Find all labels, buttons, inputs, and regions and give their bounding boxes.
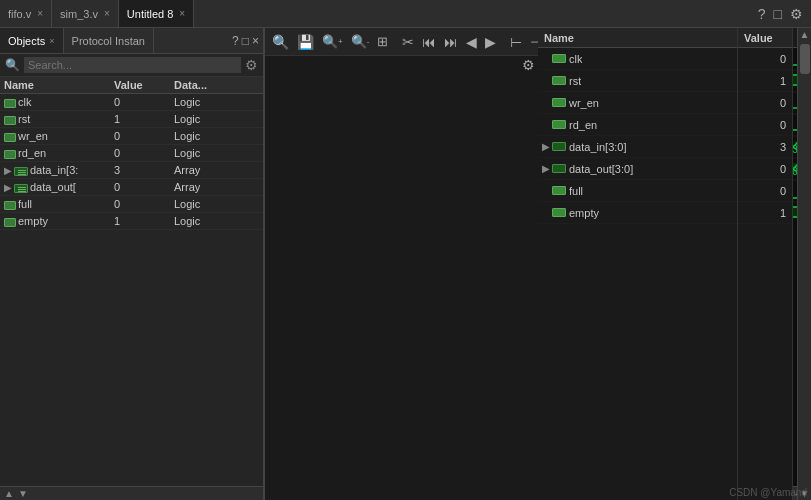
val-row: 0 [738,92,792,114]
waveform-panel[interactable]: 999...991 ns 999...992 ns 999...993 ns 9… [793,28,797,500]
close-left-icon[interactable]: × [252,34,259,48]
tab-sim3[interactable]: sim_3.v × [52,0,119,27]
list-item[interactable]: clk [538,48,737,70]
list-item[interactable]: ▶ data_out[3:0] [538,158,737,180]
sig-name-header: Name [538,28,737,48]
wave-content: Name clk rst [538,28,811,500]
array-icon [552,164,566,173]
expand-placeholder [542,53,552,64]
tab-objects-close[interactable]: × [49,36,54,46]
svg-rect-34 [793,207,797,217]
logic-icon [4,218,16,227]
cut-btn[interactable]: ✂ [399,33,417,51]
table-row[interactable]: ▶data_out[ 0 Array [0,179,263,196]
val-row: 0 [738,180,792,202]
wave-toolbar: 🔍 💾 🔍+ 🔍- ⊞ ✂ ⏮ ⏭ ◀ ▶ ⊢ ⊣ |◀ ▶| A B [265,28,538,56]
val-row: 3 [738,136,792,158]
table-row[interactable]: rd_en 0 Logic [0,145,263,162]
list-item[interactable]: rst [538,70,737,92]
prev-edge-btn[interactable]: ⏮ [419,33,439,51]
expand-left-icon[interactable]: □ [242,34,249,48]
expand-arrow[interactable]: ▶ [4,182,14,193]
logic-icon [552,186,566,195]
svg-rect-2 [793,92,797,114]
search-left-icon: 🔍 [5,58,20,72]
col-value: Value [110,77,170,94]
table-row[interactable]: empty 1 Logic [0,213,263,230]
left-panel-icons: ? □ × [228,34,263,48]
main-layout: Objects × Protocol Instan ? □ × 🔍 ⚙ [0,28,811,500]
logic-icon [4,116,16,125]
tab-close-untitled8[interactable]: × [179,8,185,19]
global-tab-bar: fifo.v × sim_3.v × Untitled 8 × ? □ ⚙ [0,0,811,28]
table-row[interactable]: ▶data_in[3: 3 Array [0,162,263,179]
wave-settings-btn[interactable]: ⚙ [519,56,538,74]
expand-arrow[interactable]: ▶ [4,165,14,176]
gear-left-icon[interactable]: ⚙ [245,57,258,73]
logic-icon [4,201,16,210]
expand-placeholder [542,119,552,130]
expand-arrow[interactable]: ▶ [542,141,552,152]
wave-search-btn[interactable]: 🔍 [269,33,292,51]
array-icon [14,167,28,176]
right-panel: 🔍 💾 🔍+ 🔍- ⊞ ✂ ⏮ ⏭ ◀ ▶ ⊢ ⊣ |◀ ▶| A B [265,28,538,500]
left-signal-table: Name Value Data... clk 0 Logic [0,77,263,486]
vscroll-up-icon[interactable]: ▲ [800,29,810,40]
waveform-svg: 3 0 [793,48,797,224]
table-row[interactable]: rst 1 Logic [0,111,263,128]
logic-icon [4,150,16,159]
search-input[interactable] [24,57,241,73]
vscroll-track[interactable] [800,40,810,488]
svg-rect-0 [793,48,797,70]
go-right-btn[interactable]: ▶ [482,33,499,51]
scroll-down-icon[interactable]: ▼ [16,488,30,499]
tab-protocol[interactable]: Protocol Instan [64,28,154,53]
expand-placeholder [542,185,552,196]
left-scroll-bar[interactable]: ▲ ▼ [0,486,263,500]
time-ruler: 999...991 ns 999...992 ns 999...993 ns 9… [793,28,797,48]
svg-text:3: 3 [793,144,797,155]
val-row: 0 [738,48,792,70]
table-row[interactable]: wr_en 0 Logic [0,128,263,145]
tab-fifo[interactable]: fifo.v × [0,0,52,27]
help-left-icon[interactable]: ? [232,34,239,48]
scroll-up-icon[interactable]: ▲ [2,488,16,499]
help-icon[interactable]: ? [756,6,768,22]
tab-untitled8[interactable]: Untitled 8 × [119,0,194,27]
tab-bar-icons: ? □ ⚙ [750,6,811,22]
list-item[interactable]: full [538,180,737,202]
expand-placeholder [542,97,552,108]
sig-list-panel: Name clk rst [538,28,738,500]
table-row[interactable]: full 0 Logic [0,196,263,213]
tab-close-fifo[interactable]: × [37,8,43,19]
next-edge-btn[interactable]: ⏭ [441,33,461,51]
settings-icon[interactable]: ⚙ [788,6,805,22]
logic-icon [552,208,566,217]
go-left-btn[interactable]: ◀ [463,33,480,51]
logic-icon [4,99,16,108]
float-icon[interactable]: □ [772,6,784,22]
svg-rect-15 [793,75,797,85]
marker2-btn[interactable]: ⊣ [527,33,538,51]
wave-vscroll[interactable]: ▲ ▼ [797,28,811,500]
col-data: Data... [170,77,263,94]
tab-objects[interactable]: Objects × [0,28,64,53]
wave-save-btn[interactable]: 💾 [294,33,317,51]
list-item[interactable]: ▶ data_in[3:0] [538,136,737,158]
list-item[interactable]: wr_en [538,92,737,114]
table-row[interactable]: clk 0 Logic [0,94,263,111]
list-item[interactable]: rd_en [538,114,737,136]
zoom-out-btn[interactable]: 🔍- [348,33,373,50]
vscroll-thumb[interactable] [800,44,810,74]
zoom-in-btn[interactable]: 🔍+ [319,33,346,50]
list-item[interactable]: empty [538,202,737,224]
marker1-btn[interactable]: ⊢ [507,33,525,51]
array-icon [552,142,566,151]
val-row: 0 [738,158,792,180]
val-row: 0 [738,114,792,136]
tab-close-sim3[interactable]: × [104,8,110,19]
col-name: Name [0,77,110,94]
fit-btn[interactable]: ⊞ [374,33,391,50]
expand-arrow[interactable]: ▶ [542,163,552,174]
logic-icon [552,76,566,85]
